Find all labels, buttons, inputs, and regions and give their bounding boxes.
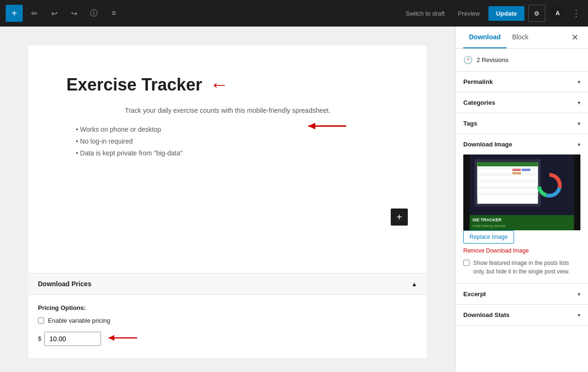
price-input-row: $: [38, 331, 417, 346]
main-layout: Exercise Tracker ← Track your daily exer…: [0, 27, 588, 372]
svg-rect-15: [478, 190, 538, 192]
prices-panel-title: Download Prices: [38, 280, 92, 288]
svg-rect-11: [478, 176, 538, 179]
list-view-button[interactable]: ≡: [105, 5, 122, 22]
settings-button[interactable]: ⚙: [528, 5, 545, 22]
clock-icon: 🕐: [463, 55, 473, 64]
gear-icon: ⚙: [534, 10, 540, 17]
prices-panel-header[interactable]: Download Prices ▲: [28, 273, 427, 295]
archivist-button[interactable]: A: [549, 5, 566, 22]
bullet-item-3: Data is kept private from "big-data": [76, 147, 389, 159]
price-prefix: $: [38, 335, 41, 342]
toolbar-left: + ✏ ↩ ↪ ⓘ ≡: [6, 5, 397, 22]
post-description: Track your daily exercise counts with th…: [66, 107, 389, 114]
svg-rect-17: [478, 162, 538, 166]
redo-button[interactable]: ↪: [65, 5, 83, 22]
more-options-button[interactable]: ⋮: [570, 6, 582, 20]
tab-download[interactable]: Download: [463, 27, 506, 48]
featured-image-checkbox[interactable]: [463, 260, 469, 266]
svg-marker-3: [109, 335, 114, 341]
permalink-chevron: ▾: [578, 79, 580, 85]
price-arrow-icon: [104, 331, 142, 346]
download-stats-title: Download Stats: [463, 311, 510, 318]
revisions-row: 🕐 2 Revisions: [456, 49, 588, 71]
prices-panel-body: Pricing Options: Enable variable pricing…: [28, 295, 427, 358]
revisions-label: 2 Revisions: [477, 56, 508, 64]
dots-icon: ⋮: [572, 9, 580, 18]
download-image-section: Download Image ▾: [456, 134, 588, 284]
undo-icon: ↩: [51, 9, 57, 18]
variable-pricing-row: Enable variable pricing: [38, 317, 417, 324]
categories-section: Categories ▾: [456, 92, 588, 113]
info-button[interactable]: ⓘ: [85, 5, 102, 22]
svg-rect-14: [478, 186, 538, 189]
download-image-body: ISE TRACKER endly tracking spreads Repla…: [456, 154, 588, 283]
replace-image-button[interactable]: Replace Image: [463, 230, 514, 244]
undo-button[interactable]: ↩: [46, 5, 63, 22]
preview-button[interactable]: Preview: [453, 7, 485, 20]
download-stats-chevron: ▾: [578, 312, 580, 318]
download-image-preview: ISE TRACKER endly tracking spreads: [463, 154, 580, 230]
svg-rect-20: [513, 172, 521, 174]
download-image-header[interactable]: Download Image ▾: [456, 134, 588, 154]
remove-download-image-button[interactable]: Remove Download Image: [463, 247, 529, 254]
download-image-chevron: ▾: [578, 141, 580, 148]
svg-text:endly tracking spreads: endly tracking spreads: [473, 224, 506, 228]
svg-marker-1: [308, 123, 315, 129]
excerpt-section: Excerpt ▾: [456, 284, 588, 305]
info-icon: ⓘ: [90, 9, 98, 18]
editor-canvas: Exercise Tracker ← Track your daily exer…: [28, 45, 427, 273]
pencil-icon: ✏: [31, 9, 37, 18]
toolbar-right: Switch to draft Preview Update ⚙ A ⋮: [401, 5, 582, 22]
pencil-icon-button[interactable]: ✏: [26, 5, 43, 22]
featured-image-note: Show featured image in the posts lists o…: [473, 259, 580, 276]
sidebar-tabs: Download Block ✕: [456, 27, 588, 49]
excerpt-title: Excerpt: [463, 290, 486, 298]
switch-to-draft-button[interactable]: Switch to draft: [401, 7, 449, 20]
prices-panel: Download Prices ▲ Pricing Options: Enabl…: [28, 273, 427, 358]
tags-header[interactable]: Tags ▾: [456, 113, 588, 134]
tags-chevron: ▾: [578, 120, 580, 127]
svg-rect-13: [478, 183, 538, 186]
svg-rect-16: [478, 193, 538, 196]
enable-variable-pricing-label: Enable variable pricing: [48, 317, 110, 324]
post-title[interactable]: Exercise Tracker: [66, 75, 202, 95]
revisions-section: 🕐 2 Revisions: [456, 49, 588, 72]
download-stats-section: Download Stats ▾: [456, 305, 588, 326]
svg-rect-19: [522, 169, 531, 171]
sidebar: Download Block ✕ 🕐 2 Revisions Permalink…: [455, 27, 588, 372]
categories-header[interactable]: Categories ▾: [456, 92, 588, 113]
toolbar: + ✏ ↩ ↪ ⓘ ≡ Switch to draft Preview Upda…: [0, 0, 588, 27]
excerpt-header[interactable]: Excerpt ▾: [456, 284, 588, 304]
permalink-section: Permalink ▾: [456, 72, 588, 92]
title-arrow: ←: [210, 74, 229, 95]
editor-area: Exercise Tracker ← Track your daily exer…: [0, 27, 455, 372]
download-stats-header[interactable]: Download Stats ▾: [456, 305, 588, 325]
list-icon: ≡: [111, 9, 116, 18]
update-button[interactable]: Update: [488, 6, 524, 21]
enable-variable-pricing-checkbox[interactable]: [38, 318, 44, 324]
add-block-button[interactable]: +: [6, 5, 23, 22]
price-input[interactable]: [44, 332, 101, 346]
add-block-inline-button[interactable]: +: [391, 209, 408, 226]
redo-icon: ↪: [71, 9, 77, 18]
close-sidebar-button[interactable]: ✕: [570, 30, 580, 45]
svg-text:ISE TRACKER: ISE TRACKER: [473, 218, 502, 222]
tab-block[interactable]: Block: [506, 27, 534, 48]
preview-image-svg: ISE TRACKER endly tracking spreads: [463, 154, 580, 230]
tags-title: Tags: [463, 120, 477, 127]
permalink-header[interactable]: Permalink ▾: [456, 72, 588, 92]
categories-chevron: ▾: [578, 100, 580, 106]
featured-image-note-row: Show featured image in the posts lists o…: [463, 259, 580, 276]
svg-rect-10: [478, 173, 538, 176]
tags-section: Tags ▾: [456, 113, 588, 134]
categories-title: Categories: [463, 99, 495, 106]
post-title-row: Exercise Tracker ←: [66, 74, 389, 95]
collapse-icon: ▲: [411, 281, 417, 288]
permalink-title: Permalink: [463, 78, 493, 85]
svg-rect-12: [478, 180, 538, 182]
download-image-title: Download Image: [463, 141, 512, 148]
excerpt-chevron: ▾: [578, 291, 580, 298]
mid-arrow-icon: [303, 114, 351, 138]
pricing-options-label: Pricing Options:: [38, 304, 417, 311]
